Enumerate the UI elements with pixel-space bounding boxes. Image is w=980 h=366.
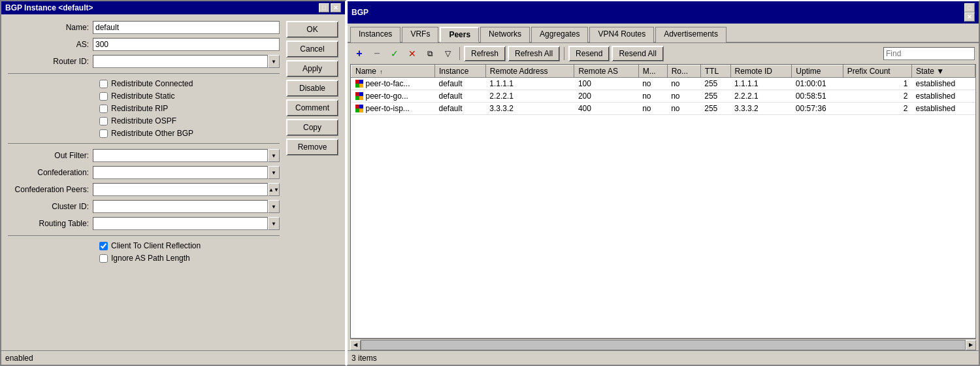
cell-state: established [911, 103, 975, 115]
scroll-right-button[interactable]: ▶ [966, 340, 976, 350]
name-row: Name: [8, 21, 280, 34]
table-row[interactable]: peer-to-fac... default 1.1.1.1 100 no no… [351, 78, 975, 90]
peers-table-container: Name ↑ Instance Remote Address Remote AS… [350, 64, 976, 339]
redist-static-row: Redistribute Static [99, 92, 280, 101]
refresh-all-button[interactable]: Refresh All [508, 46, 560, 61]
col-remote-as[interactable]: Remote AS [574, 65, 638, 78]
router-id-arrow[interactable]: ▼ [268, 55, 280, 68]
col-prefix-count[interactable]: Prefix Count [843, 65, 911, 78]
copy-button[interactable]: Copy [286, 119, 338, 136]
scroll-track[interactable] [361, 340, 966, 350]
table-row[interactable]: peer-to-isp... default 3.3.3.2 400 no no… [351, 103, 975, 115]
router-id-input[interactable] [93, 55, 268, 68]
disable-button[interactable]: Disable [286, 80, 338, 97]
confederation-peers-input[interactable] [93, 183, 268, 196]
name-input[interactable] [93, 21, 280, 34]
cell-state: established [911, 90, 975, 103]
close-button[interactable]: ✕ [331, 3, 341, 12]
cluster-id-arrow[interactable]: ▼ [268, 200, 280, 213]
router-id-field: ▼ [93, 55, 280, 68]
confederation-row: Confederation: ▼ [8, 166, 280, 179]
cell-ro: no [667, 78, 700, 90]
col-m[interactable]: M... [638, 65, 667, 78]
redist-other-bgp-checkbox[interactable] [99, 129, 108, 138]
table-row[interactable]: peer-to-go... default 2.2.2.1 200 no no … [351, 90, 975, 103]
col-uptime[interactable]: Uptime [792, 65, 843, 78]
tab-instances[interactable]: Instances [350, 27, 400, 42]
check-icon[interactable]: ✓ [387, 46, 402, 61]
redist-rip-checkbox[interactable] [99, 105, 108, 113]
refresh-button[interactable]: Refresh [464, 46, 506, 61]
cancel-button[interactable]: Cancel [286, 41, 338, 58]
copy-icon[interactable]: ⧉ [422, 46, 438, 61]
right-minimize-button[interactable]: □ [964, 3, 975, 12]
redist-static-checkbox[interactable] [99, 92, 108, 101]
tab-vpn4routes[interactable]: VPN4 Routes [589, 27, 654, 42]
routing-table-row: Routing Table: ▼ [8, 217, 280, 230]
left-status-bar: enabled [1, 350, 345, 365]
ignore-as-path-label: Ignore AS Path Length [111, 254, 190, 263]
confederation-peers-arrow[interactable]: ▲▼ [268, 183, 280, 196]
cell-remote-id: 1.1.1.1 [730, 78, 792, 90]
add-icon[interactable]: + [351, 46, 367, 61]
separator-1 [459, 47, 460, 60]
confederation-input[interactable] [93, 166, 268, 179]
right-status-bar: 3 items [348, 350, 979, 365]
resend-button[interactable]: Resend [568, 46, 610, 61]
toolbar: + − ✓ ✕ ⧉ ▽ Refresh Refresh All Resend R… [348, 43, 979, 64]
col-name[interactable]: Name ↑ [351, 65, 435, 78]
cell-m: no [638, 103, 667, 115]
cell-remote-address: 2.2.2.1 [485, 90, 574, 103]
routing-table-input[interactable] [93, 217, 268, 230]
cell-uptime: 01:00:01 [792, 78, 843, 90]
ignore-as-path-checkbox[interactable] [99, 254, 108, 263]
col-remote-address[interactable]: Remote Address [485, 65, 574, 78]
cell-uptime: 00:57:36 [792, 103, 843, 115]
cell-instance: default [435, 103, 486, 115]
as-input[interactable] [93, 38, 280, 51]
tab-advertisements[interactable]: Advertisements [655, 27, 727, 42]
confederation-peers-row: Confederation Peers: ▲▼ [8, 183, 280, 196]
remove-button[interactable]: Remove [286, 139, 338, 156]
confederation-arrow[interactable]: ▼ [268, 166, 280, 179]
tab-peers[interactable]: Peers [440, 27, 479, 42]
filter-icon[interactable]: ▽ [440, 46, 455, 61]
col-ttl[interactable]: TTL [700, 65, 730, 78]
col-state[interactable]: State ▼ [911, 65, 975, 78]
comment-button[interactable]: Comment [286, 99, 338, 116]
tab-vrfs[interactable]: VRFs [402, 27, 438, 42]
cell-ro: no [667, 90, 700, 103]
ignore-as-path-row: Ignore AS Path Length [99, 254, 280, 263]
find-input[interactable] [883, 47, 975, 60]
tab-aggregates[interactable]: Aggregates [531, 27, 588, 42]
scroll-left-button[interactable]: ◀ [350, 340, 361, 350]
redist-ospf-checkbox[interactable] [99, 117, 108, 125]
cell-prefix-count: 1 [843, 78, 911, 90]
divider-1 [8, 73, 280, 74]
ok-button[interactable]: OK [286, 21, 338, 38]
right-close-button[interactable]: ✕ [964, 12, 975, 22]
as-label: AS: [8, 40, 93, 49]
remove-icon[interactable]: − [369, 46, 385, 61]
minimize-button[interactable]: □ [319, 3, 329, 12]
resend-all-button[interactable]: Resend All [612, 46, 663, 61]
col-remote-id[interactable]: Remote ID [730, 65, 792, 78]
redist-connected-checkbox[interactable] [99, 80, 108, 88]
confederation-label: Confederation: [8, 168, 93, 177]
right-status-text: 3 items [351, 354, 377, 363]
left-panel: BGP Instance <default> □ ✕ Name: AS: Rou… [0, 0, 346, 366]
col-instance[interactable]: Instance [435, 65, 486, 78]
routing-table-field: ▼ [93, 217, 280, 230]
col-ro[interactable]: Ro... [667, 65, 700, 78]
tab-networks[interactable]: Networks [480, 27, 530, 42]
cell-remote-as: 100 [574, 78, 638, 90]
client-reflection-checkbox[interactable] [99, 242, 108, 250]
cluster-id-input[interactable] [93, 200, 268, 213]
out-filter-arrow[interactable]: ▼ [268, 149, 280, 162]
divider-2 [8, 143, 280, 144]
out-filter-input[interactable] [93, 149, 268, 162]
redist-ospf-row: Redistribute OSPF [99, 116, 280, 125]
routing-table-arrow[interactable]: ▼ [268, 217, 280, 230]
apply-button[interactable]: Apply [286, 60, 338, 77]
x-icon[interactable]: ✕ [404, 46, 420, 61]
